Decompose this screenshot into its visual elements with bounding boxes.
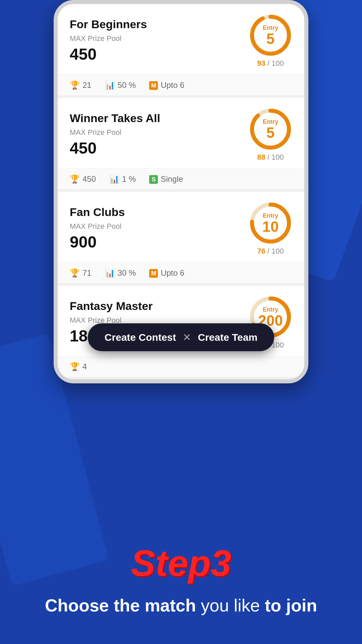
entry-inner-winner-takes-all: Entry 5 <box>263 118 278 140</box>
stat-icon: 🏆 <box>70 174 80 184</box>
stat-item: S Single <box>149 174 183 184</box>
stat-icon: 🏆 <box>70 362 80 371</box>
step-subtitle: Choose the match you like to join <box>25 594 337 617</box>
entry-circle-winner-takes-all: Entry 5 <box>249 107 292 151</box>
toolbar-divider: ✕ <box>183 331 191 343</box>
stat-item: M Upto 6 <box>149 268 184 278</box>
stat-value: 21 <box>82 80 92 90</box>
stat-item: M Upto 6 <box>149 80 184 90</box>
stat-value: Single <box>161 174 183 184</box>
card-info-winner-takes-all: Winner Takes All MAX Prize Pool 450 <box>70 112 242 157</box>
card-main-fan-clubs: Fan Clubs MAX Prize Pool 900 <box>58 192 304 262</box>
stat-item: 🏆 21 <box>70 80 92 90</box>
stat-item: 📊 1 % <box>109 174 136 184</box>
entry-number-fan-clubs: 10 <box>262 218 279 235</box>
entry-number-beginners: 5 <box>266 31 275 47</box>
stat-icon: M <box>149 268 158 278</box>
entry-slots-winner-takes-all: 88 / 100 <box>257 153 284 162</box>
entry-slots-fan-clubs: 76 / 100 <box>257 247 284 256</box>
entry-inner-fan-clubs: Entry 10 <box>262 212 279 234</box>
card-prize-label-fan-clubs: MAX Prize Pool <box>70 222 242 231</box>
stat-icon: 🏆 <box>70 268 80 278</box>
card-prize-beginners: 450 <box>70 45 242 63</box>
stat-icon: S <box>149 174 158 184</box>
stat-value: 1 % <box>122 174 136 184</box>
card-main-beginners: For Beginners MAX Prize Pool 450 <box>58 4 304 74</box>
entry-circle-wrapper-fan-clubs: Entry 10 76 / 100 <box>249 201 292 256</box>
card-info-fan-clubs: Fan Clubs MAX Prize Pool 900 <box>70 206 242 251</box>
card-title-fan-clubs: Fan Clubs <box>70 206 242 219</box>
bottom-section: Step3 Choose the match you like to join <box>0 369 362 644</box>
card-info-beginners: For Beginners MAX Prize Pool 450 <box>70 18 242 63</box>
card-main-winner-takes-all: Winner Takes All MAX Prize Pool 450 <box>58 98 304 168</box>
stat-item: 📊 30 % <box>105 268 136 278</box>
stat-value: 4 <box>82 362 87 371</box>
stat-icon: 📊 <box>109 174 119 184</box>
entry-slots-beginners: 93 / 100 <box>257 59 284 68</box>
stat-item: 🏆 4 <box>70 362 87 371</box>
card-footer-winner-takes-all: 🏆 450 📊 1 % S Single <box>58 168 304 189</box>
entry-circle-beginners: Entry 5 <box>249 13 292 57</box>
subtitle-normal: you like <box>196 596 265 615</box>
contest-card-beginners[interactable]: For Beginners MAX Prize Pool 450 <box>58 4 304 95</box>
card-footer-fantasy-master: 🏆 4 <box>58 356 304 377</box>
phone-mockup: For Beginners MAX Prize Pool 450 <box>54 0 308 383</box>
entry-inner-beginners: Entry 5 <box>263 24 278 46</box>
stat-value: 450 <box>82 174 96 184</box>
stat-icon: 📊 <box>105 268 115 278</box>
card-prize-winner-takes-all: 450 <box>70 139 242 157</box>
stat-icon: M <box>149 80 158 90</box>
contest-card-winner-takes-all[interactable]: Winner Takes All MAX Prize Pool 450 <box>58 98 304 189</box>
create-contest-button[interactable]: Create Contest <box>105 332 176 343</box>
card-title-fantasy-master: Fantasy Master <box>70 300 242 313</box>
contest-card-fan-clubs[interactable]: Fan Clubs MAX Prize Pool 900 <box>58 192 304 283</box>
entry-circle-wrapper-beginners: Entry 5 93 / 100 <box>249 13 292 68</box>
stat-item: 🏆 71 <box>70 268 92 278</box>
subtitle-bold2: to join <box>265 596 317 615</box>
entry-circle-wrapper-winner-takes-all: Entry 5 88 / 100 <box>249 107 292 162</box>
stat-item: 🏆 450 <box>70 174 96 184</box>
stat-item: 📊 50 % <box>105 80 136 90</box>
stat-value: Upto 6 <box>161 80 184 90</box>
card-prize-label-winner-takes-all: MAX Prize Pool <box>70 128 242 137</box>
cards-container: For Beginners MAX Prize Pool 450 <box>58 4 304 377</box>
card-title-beginners: For Beginners <box>70 18 242 31</box>
card-footer-fan-clubs: 🏆 71 📊 30 % M Upto 6 <box>58 262 304 283</box>
step-title: Step3 <box>131 542 231 584</box>
entry-circle-fan-clubs: Entry 10 <box>249 201 292 245</box>
card-title-winner-takes-all: Winner Takes All <box>70 112 242 125</box>
stat-icon: 📊 <box>105 80 115 90</box>
stat-value: 50 % <box>118 80 136 90</box>
stat-value: Upto 6 <box>161 268 184 278</box>
card-footer-beginners: 🏆 21 📊 50 % M Upto 6 <box>58 74 304 95</box>
card-prize-fan-clubs: 900 <box>70 233 242 251</box>
stat-value: 71 <box>82 268 92 278</box>
entry-number-winner-takes-all: 5 <box>266 124 275 141</box>
bottom-toolbar[interactable]: Create Contest ✕ Create Team <box>88 323 274 351</box>
card-prize-label-beginners: MAX Prize Pool <box>70 34 242 43</box>
subtitle-bold1: Choose the match <box>45 596 196 615</box>
create-team-button[interactable]: Create Team <box>198 332 257 343</box>
stat-value: 30 % <box>118 268 136 278</box>
stat-icon: 🏆 <box>70 80 80 90</box>
